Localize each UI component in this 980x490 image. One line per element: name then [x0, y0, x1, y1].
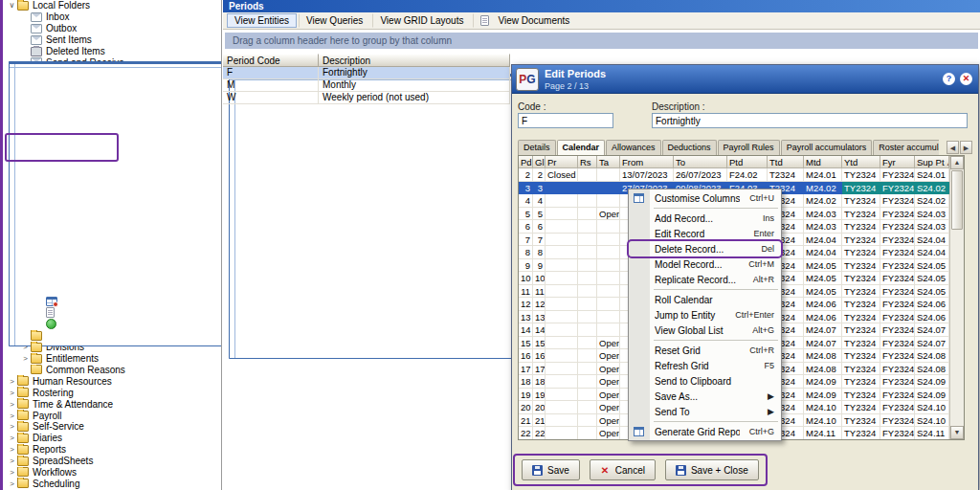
dialog-button[interactable]: Save	[522, 459, 580, 480]
cell-ytd[interactable]: TY2324	[842, 349, 880, 363]
cell-sup-pt[interactable]: S24.01	[915, 168, 949, 182]
grid-column-header[interactable]: Rs	[578, 156, 597, 168]
cell-ytd[interactable]: TY2324	[842, 298, 880, 311]
dialog-tab[interactable]: Payroll accumulators	[781, 140, 873, 155]
cell-pd[interactable]: 10	[519, 272, 533, 285]
cell-gl[interactable]: 10	[533, 272, 546, 285]
cell-pr[interactable]	[546, 182, 578, 195]
cell-rs[interactable]	[578, 168, 597, 182]
cell-pd[interactable]: 11	[519, 285, 533, 299]
cell-pr[interactable]	[546, 337, 578, 350]
cell-pd[interactable]: 3	[519, 182, 533, 195]
tree-expand-icon[interactable]: >	[7, 479, 17, 488]
cell-ytd[interactable]: TY2324	[842, 220, 880, 234]
cell-gl[interactable]: 21	[533, 414, 546, 428]
menu-item[interactable]: Edit Record Enter	[629, 226, 781, 241]
scrollbar-thumb[interactable]	[951, 170, 963, 230]
tree-item[interactable]: ∨ Local Folders	[3, 0, 221, 11]
cell-pr[interactable]	[546, 298, 578, 311]
cell-ta[interactable]	[597, 234, 620, 247]
cell-fyr[interactable]: FY2324	[880, 208, 915, 221]
cell-mtd[interactable]: M24.02	[804, 194, 842, 208]
cell-rs[interactable]	[578, 427, 597, 440]
cell-pr[interactable]	[546, 363, 578, 376]
cell-rs[interactable]	[578, 363, 597, 376]
description-cell[interactable]: Monthly	[319, 79, 510, 92]
cell-ytd[interactable]: TY2324	[842, 234, 880, 247]
cell-mtd[interactable]: M24.10	[804, 401, 842, 414]
dialog-tab[interactable]: Payroll Rules	[718, 140, 780, 155]
cell-ta[interactable]	[597, 220, 620, 234]
menu-item[interactable]: Delete Record... Del	[629, 241, 781, 256]
cell-rs[interactable]	[578, 246, 597, 259]
cell-ta[interactable]	[597, 194, 620, 208]
cell-pd[interactable]: 2	[519, 168, 533, 182]
cell-rs[interactable]	[578, 234, 597, 247]
grid-column-header[interactable]: Mtd	[804, 156, 842, 168]
cell-fyr[interactable]: FY2324	[880, 311, 915, 324]
cell-sup-pt[interactable]: S24.02	[915, 182, 949, 195]
cell-pd[interactable]: 4	[519, 194, 533, 208]
cell-fyr[interactable]: FY2324	[880, 182, 915, 195]
dialog-tab[interactable]: Calendar	[557, 140, 606, 155]
cell-ytd[interactable]: TY2324	[842, 323, 880, 337]
cell-fyr[interactable]: FY2324	[880, 375, 915, 389]
grid-column-header[interactable]: Pr	[546, 156, 578, 168]
view-tab[interactable]: View Entities	[227, 13, 297, 28]
dialog-tab[interactable]: Details	[518, 140, 556, 155]
grid-column-header[interactable]: From	[620, 156, 674, 168]
tree-item[interactable]: > Workflows	[3, 467, 221, 479]
cell-rs[interactable]	[578, 337, 597, 350]
cell-ta[interactable]	[597, 298, 620, 311]
cell-ta[interactable]: Open	[597, 349, 620, 363]
cell-fyr[interactable]: FY2324	[880, 246, 915, 259]
cell-gl[interactable]: 9	[533, 259, 546, 273]
cell-rs[interactable]	[578, 298, 597, 311]
cell-mtd[interactable]: M24.06	[804, 311, 842, 324]
cell-rs[interactable]	[578, 323, 597, 337]
cell-mtd[interactable]: M24.03	[804, 208, 842, 221]
cell-ta[interactable]: Open	[597, 401, 620, 414]
cell-sup-pt[interactable]: S24.06	[915, 311, 949, 324]
cell-pd[interactable]: 13	[519, 311, 533, 324]
grid-column-header[interactable]: Pd	[519, 156, 533, 168]
dialog-tab[interactable]: Allowances	[606, 140, 661, 155]
cell-sup-pt[interactable]: S24.05	[915, 285, 949, 299]
tree-expand-icon[interactable]: >	[7, 377, 17, 386]
description-cell[interactable]: Weekly period (not used)	[319, 92, 510, 104]
cell-ta[interactable]	[597, 323, 620, 337]
cell-fyr[interactable]: FY2324	[880, 298, 915, 311]
cell-gl[interactable]: 17	[533, 363, 546, 376]
tree-expand-icon[interactable]: >	[7, 422, 17, 431]
cell-ytd[interactable]: TY2324	[842, 259, 880, 273]
cell-rs[interactable]	[578, 349, 597, 363]
grid-row[interactable]: 2 2 Closed 13/07/2023 26/07/2023 F24.02 …	[519, 168, 964, 182]
grid-column-header[interactable]: To	[674, 156, 727, 168]
cell-sup-pt[interactable]: S24.06	[915, 298, 949, 311]
group-by-bar[interactable]: Drag a column header here to group by th…	[225, 33, 978, 49]
cell-ttd[interactable]: T2324	[768, 168, 804, 182]
scroll-up-icon[interactable]: ▲	[950, 156, 964, 169]
cell-rs[interactable]	[578, 285, 597, 299]
cell-pd[interactable]: 12	[519, 298, 533, 311]
cell-mtd[interactable]: M24.05	[804, 259, 842, 273]
menu-item[interactable]: Jump to Entity Ctrl+Enter	[629, 307, 781, 323]
cell-ytd[interactable]: TY2324	[842, 272, 880, 285]
tree-item[interactable]: > Reports	[3, 444, 221, 456]
cell-fyr[interactable]: FY2324	[880, 272, 915, 285]
menu-item[interactable]: Model Record... Ctrl+M	[629, 256, 781, 272]
cell-pd[interactable]: 5	[519, 208, 533, 221]
cell-ta[interactable]: Open	[597, 427, 620, 440]
dialog-tab[interactable]: Roster accumulators	[873, 140, 939, 155]
cell-rs[interactable]	[578, 259, 597, 273]
menu-item[interactable]: View Global List Alt+G	[629, 323, 781, 338]
cell-ytd[interactable]: TY2324	[842, 182, 880, 195]
menu-item[interactable]: Save As... ▶	[629, 389, 781, 404]
cell-mtd[interactable]: M24.10	[804, 414, 842, 428]
tree-expand-icon[interactable]: >	[7, 400, 17, 409]
cell-gl[interactable]: 13	[533, 311, 546, 324]
cell-pd[interactable]: 21	[519, 414, 533, 428]
cell-fyr[interactable]: FY2324	[880, 427, 915, 440]
table-row[interactable]: M Monthly	[223, 79, 511, 92]
cell-sup-pt[interactable]: S24.05	[915, 272, 949, 285]
